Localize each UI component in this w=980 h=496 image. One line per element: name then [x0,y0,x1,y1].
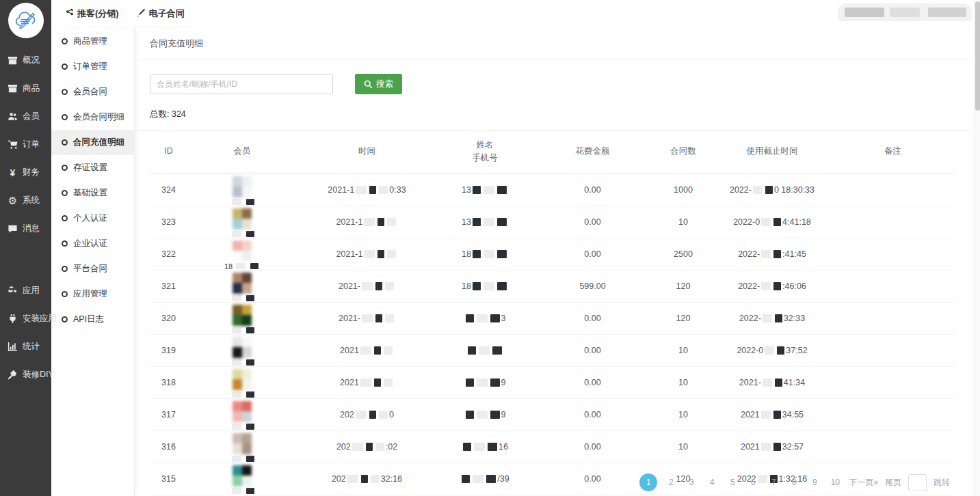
sidebar-item-10[interactable]: 统计 [0,333,51,361]
sidebar-item-11[interactable]: 装修DIY [0,361,51,389]
goods-icon [7,83,18,94]
pagination-page-1[interactable]: 1 [639,473,657,491]
search-button[interactable]: 搜索 [355,74,402,94]
sidebar-item-2[interactable]: 商品 [0,74,51,102]
submenu-item-8[interactable]: 个人认证 [51,206,134,231]
page-scrollbar[interactable] [974,0,980,496]
pagination-page-3[interactable]: 3 [685,473,698,491]
redacted-block [928,8,966,17]
cell-member [187,366,297,398]
sidebar-item-label: 装修DIY [23,369,54,381]
member-nickname-redacted [228,231,256,238]
circle-icon [62,114,68,120]
pagination-page-7[interactable]: 7 [767,473,780,491]
app-logo[interactable] [8,3,44,38]
cell-contracts: 10 [652,334,714,366]
cell-amount: 0.00 [533,398,652,430]
pagination-page-2[interactable]: 2 [664,473,678,491]
submenu-item-2[interactable]: 订单管理 [51,54,134,79]
submenu-item-label: 存证设置 [73,162,107,174]
cell-id: 316 [150,430,187,463]
member-avatar-redacted [233,337,252,358]
submenu-item-6[interactable]: 存证设置 [51,155,134,180]
submenu-item-11[interactable]: 应用管理 [51,281,134,307]
submenu-item-12[interactable]: API日志 [51,307,134,332]
cell-phone: 13 [437,206,533,238]
cell-contracts: 1000 [652,174,714,206]
cell-contracts: 10 [652,206,714,238]
submenu-sidebar: 商品管理 订单管理 会员合同 会员合同明细 合同充值明细 存证设置 基础设置 个… [51,27,135,496]
circle-icon [62,165,68,171]
submenu-item-10[interactable]: 平台合同 [51,256,134,281]
pagination-jump-input[interactable] [908,474,927,491]
cell-id: 320 [150,302,187,334]
submenu-item-4[interactable]: 会员合同明细 [51,105,134,130]
circle-icon [62,215,68,221]
submenu-item-label: 商品管理 [73,36,107,47]
cell-amount: 0.00 [533,463,652,495]
pagination-page-5[interactable]: 5 [726,473,739,491]
pagination-next-button[interactable]: 下一页» [849,477,878,488]
page-title: 合同充值明细 [135,27,980,59]
circle-icon [62,291,68,297]
cell-time: 2021-1 [297,206,437,238]
cell-note [830,398,955,430]
cell-id: 324 [150,174,187,206]
topbar-tab-2[interactable]: 电子合同 [137,8,185,20]
main-content: 合同充值明细 搜索 总数: 324 ID会员时间姓名手机号花费金额合同数使用截止… [135,27,980,496]
member-nickname-redacted [228,391,256,398]
sidebar-item-5[interactable]: ¥ 财务 [0,159,51,187]
cell-id: 315 [150,463,187,495]
pagination-page-6[interactable]: 6 [746,473,760,491]
submenu-item-5[interactable]: 合同充值明细 [51,130,134,155]
system-icon: ⚙ [7,195,18,206]
search-input[interactable] [150,74,333,94]
cell-phone: 18 [437,238,533,270]
cell-contracts: 120 [652,302,714,334]
submenu-item-label: 应用管理 [73,288,107,300]
cell-amount: 0.00 [533,206,652,238]
sidebar-item-label: 应用 [23,285,40,297]
sidebar-item-label: 概况 [23,55,40,66]
submenu-item-7[interactable]: 基础设置 [51,180,134,206]
sidebar-item-7[interactable]: 消息 [0,215,51,243]
member-avatar-redacted [233,369,252,390]
redacted-block [845,8,884,17]
account-info-redacted[interactable] [838,3,972,21]
pagination-last-button[interactable]: 尾页 [885,477,901,488]
sidebar-item-1[interactable]: 概况 [0,46,51,74]
scrollbar-thumb[interactable] [975,1,980,111]
topbar-tab-label: 电子合同 [149,8,185,20]
finance-icon: ¥ [7,167,18,178]
table-row: 323 2021-1 13 0.00 10 2022-04:41:18 [150,206,955,238]
table-row: 320 2021- 3 0.00 120 2022-32:33 [150,302,955,334]
cell-note [830,302,955,334]
member-nickname-redacted [228,456,256,463]
pagination-page-10[interactable]: 10 [828,473,842,491]
pagination-page-9[interactable]: 9 [808,473,821,491]
sidebar-item-label: 统计 [23,341,40,353]
submenu-item-1[interactable]: 商品管理 [51,29,134,54]
redacted-block [890,8,920,17]
pagination-page-4[interactable]: 4 [705,473,719,491]
total-label: 总数: [150,109,169,119]
cell-member [187,398,297,430]
cell-amount: 599.00 [533,270,652,302]
pagination-page-8[interactable]: 8 [787,473,801,491]
topbar-tab-1[interactable]: 推客(分销) [65,8,119,20]
submenu-item-9[interactable]: 企业认证 [51,231,134,256]
submenu-item-3[interactable]: 会员合同 [51,79,134,105]
member-nickname-redacted [228,424,256,430]
cloud-pen-logo-icon [14,8,38,33]
sidebar-item-4[interactable]: 订单 [0,130,51,159]
cell-deadline: 202132:57 [714,430,830,463]
cell-id: 318 [150,366,187,398]
sidebar-item-8[interactable]: 应用 [0,277,51,305]
table-row: 319 2021 0.00 10 2022-037:52 [150,334,955,366]
sidebar-item-9[interactable]: 安装应用 [0,305,51,333]
member-nickname-redacted [228,295,256,302]
sidebar-item-3[interactable]: 会员 [0,102,51,130]
cell-phone: 18 [437,270,533,302]
sidebar-item-6[interactable]: ⚙ 系统 [0,187,51,215]
cell-phone: 3 [437,302,533,334]
